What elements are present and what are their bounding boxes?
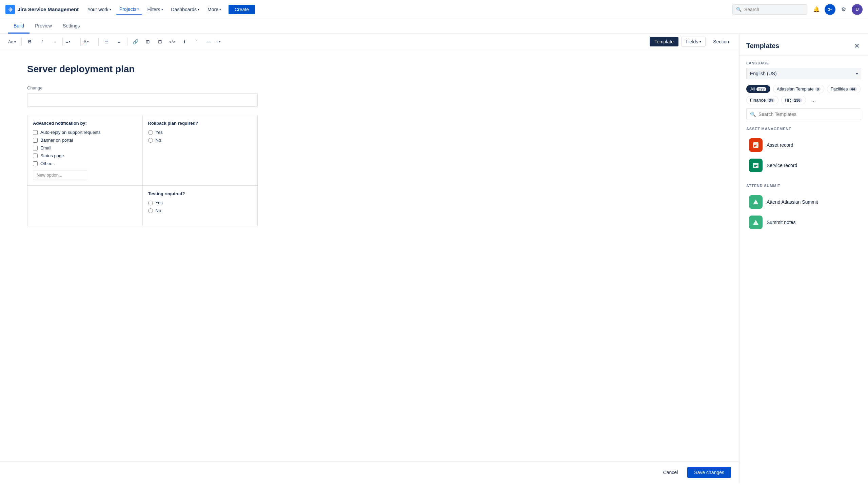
settings-button[interactable]: ⚙ (838, 4, 849, 15)
search-icon: 🔍 (736, 7, 742, 12)
template-item-attend-summit[interactable]: Attend Atlassian Summit (746, 192, 861, 212)
chip-count: 136 (792, 98, 802, 102)
nav-item-projects[interactable]: Projects ▾ (116, 4, 143, 15)
checkbox-email[interactable]: Email (33, 145, 137, 150)
empty-cell (27, 186, 143, 226)
link-button[interactable]: 🔗 (130, 36, 141, 47)
attend-summit-icon (749, 195, 763, 209)
close-icon: ✕ (854, 42, 860, 50)
toolbar-divider-4 (98, 38, 99, 46)
change-input[interactable] (27, 93, 258, 107)
svg-rect-7 (754, 145, 756, 146)
chip-atlassian[interactable]: Atlassian Template 8 (773, 85, 824, 93)
svg-rect-12 (754, 166, 756, 167)
summit-notes-icon (749, 216, 763, 229)
change-field: Change (27, 85, 712, 107)
summit-notes-name: Summit notes (767, 220, 796, 225)
font-size-button[interactable]: Aa ▾ (5, 38, 19, 46)
category-attend-summit: ATTEND SUMMIT Attend Atlassian Summit (746, 184, 861, 232)
language-select[interactable]: English (US) French German Spanish Japan… (746, 68, 861, 79)
cancel-button[interactable]: Cancel (658, 467, 684, 478)
chip-count: 34 (767, 98, 774, 102)
create-button[interactable]: Create (229, 5, 255, 14)
editor-layout: Aa ▾ B I ··· ≡ ▾ A ▾ ☰ ≡ (0, 34, 868, 483)
info-button[interactable]: ℹ (179, 36, 190, 47)
template-item-asset-record[interactable]: Asset record (746, 135, 861, 155)
text-color-button[interactable]: A ▾ (83, 36, 96, 47)
asset-record-name: Asset record (767, 142, 793, 148)
search-input[interactable] (744, 7, 795, 12)
editor-main: Aa ▾ B I ··· ≡ ▾ A ▾ ☰ ≡ (0, 34, 739, 483)
bullet-list-button[interactable]: ☰ (101, 36, 112, 47)
template-item-service-record[interactable]: Service record (746, 155, 861, 176)
fields-button[interactable]: Fields ▾ (681, 37, 706, 47)
svg-marker-14 (753, 220, 758, 225)
radio-rollback-no[interactable]: No (148, 138, 252, 143)
notifications-button[interactable]: 🔔 (811, 4, 822, 15)
more-text-button[interactable]: ··· (49, 36, 60, 47)
quote-button[interactable]: " (191, 36, 202, 47)
insert-button[interactable]: + ▾ (216, 36, 228, 47)
top-navigation: Jira Service Management Your work ▾ Proj… (0, 0, 868, 19)
radio-testing-no[interactable]: No (148, 208, 252, 213)
language-label: LANGUAGE (746, 61, 861, 65)
help-button[interactable]: 3+ (825, 4, 835, 15)
svg-rect-10 (754, 164, 757, 164)
toolbar-divider-5 (127, 38, 127, 46)
columns-button[interactable]: ⊟ (155, 36, 165, 47)
checkbox-auto-reply[interactable]: Auto-reply on support requests (33, 130, 137, 135)
nav-item-your-work[interactable]: Your work ▾ (84, 5, 115, 14)
close-panel-button[interactable]: ✕ (853, 40, 861, 51)
jira-logo-icon (5, 5, 15, 14)
code-button[interactable]: </> (167, 36, 178, 47)
chip-count: 329 (756, 87, 766, 91)
testing-title: Testing required? (148, 191, 252, 196)
logo-link[interactable]: Jira Service Management (5, 5, 79, 14)
chip-more[interactable]: ... (809, 96, 818, 104)
chevron-down-icon: ▾ (198, 8, 199, 11)
template-button[interactable]: Template (650, 37, 678, 46)
checkbox-status[interactable]: Status page (33, 153, 137, 158)
testing-cell: Testing required? Yes No (142, 186, 258, 226)
section-button[interactable]: Section (708, 37, 734, 46)
search-templates: 🔍 (746, 108, 861, 120)
search-templates-input[interactable] (758, 111, 857, 117)
avatar[interactable]: U (852, 4, 863, 15)
align-button[interactable]: ≡ ▾ (65, 36, 78, 47)
tab-preview[interactable]: Preview (29, 19, 57, 34)
chip-hr[interactable]: HR 136 (781, 96, 806, 104)
table-button[interactable]: ⊞ (142, 36, 153, 47)
svg-rect-6 (754, 144, 757, 144)
radio-rollback-yes[interactable]: Yes (148, 130, 252, 135)
toolbar: Aa ▾ B I ··· ≡ ▾ A ▾ ☰ ≡ (0, 34, 739, 50)
italic-button[interactable]: I (37, 36, 47, 47)
bold-button[interactable]: B (24, 36, 35, 47)
chevron-down-icon: ▾ (219, 8, 221, 11)
template-item-summit-notes[interactable]: Summit notes (746, 212, 861, 232)
chip-facilities[interactable]: Facilities 44 (827, 85, 861, 93)
chip-all[interactable]: All 329 (746, 85, 770, 93)
chip-finance[interactable]: Finance 34 (746, 96, 778, 104)
bell-icon: 🔔 (813, 6, 820, 13)
nav-item-filters[interactable]: Filters ▾ (144, 5, 166, 14)
radio-testing-yes[interactable]: Yes (148, 200, 252, 205)
tab-settings[interactable]: Settings (57, 19, 85, 34)
filter-chips: All 329 Atlassian Template 8 Facilities … (746, 85, 861, 104)
new-option-input[interactable] (33, 170, 87, 180)
templates-panel: Templates ✕ LANGUAGE English (US) French… (739, 34, 868, 483)
service-record-name: Service record (767, 163, 797, 168)
search-bar: 🔍 (732, 4, 807, 15)
nav-item-more[interactable]: More ▾ (204, 5, 224, 14)
service-record-icon (749, 159, 763, 172)
svg-marker-13 (753, 200, 758, 204)
category-asset-management: ASSET MANAGEMENT Asset record (746, 127, 861, 176)
numbered-list-button[interactable]: ≡ (114, 36, 124, 47)
checkbox-banner[interactable]: Banner on portal (33, 138, 137, 143)
tab-build[interactable]: Build (8, 19, 29, 34)
nav-item-dashboards[interactable]: Dashboards ▾ (168, 5, 203, 14)
save-changes-button[interactable]: Save changes (687, 467, 731, 478)
horizontal-rule-button[interactable]: — (203, 36, 214, 47)
templates-panel-header: Templates ✕ (739, 34, 868, 56)
checkbox-other[interactable]: Other... (33, 161, 137, 166)
chip-count: 8 (815, 87, 821, 91)
